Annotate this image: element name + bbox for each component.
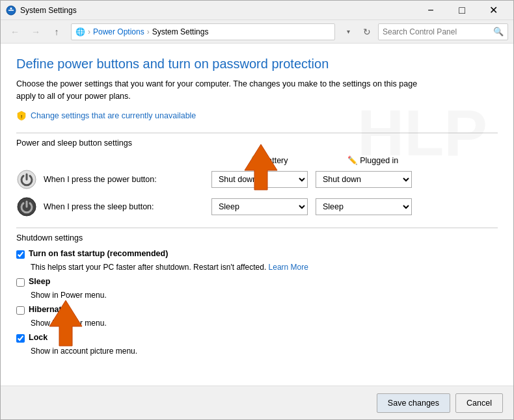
lock-label: Lock <box>29 333 47 342</box>
content-area: HLP Define power buttons and turn on pas… <box>1 44 513 386</box>
power-plugged-select[interactable]: Shut down Do nothing Sleep Hibernate Tur… <box>316 171 412 188</box>
sleep-checkbox[interactable] <box>16 278 25 287</box>
minimize-button[interactable]: − <box>416 1 446 20</box>
back-button[interactable]: ← <box>6 23 24 41</box>
shutdown-settings-section: Shutdown settings Turn on fast startup (… <box>16 228 498 356</box>
search-icon: 🔍 <box>493 27 504 36</box>
fast-startup-desc: This helps start your PC faster after sh… <box>31 263 498 272</box>
power-battery-select[interactable]: Shut down Do nothing Sleep Hibernate Tur… <box>211 171 308 188</box>
system-settings-window: System Settings − □ ✕ ← → ↑ 🌐 › Power Op… <box>0 0 514 420</box>
plugged-icon: ✏️ <box>347 156 358 165</box>
window-controls: − □ ✕ <box>416 1 508 20</box>
lock-checkbox[interactable] <box>16 334 25 343</box>
search-bar: 🔍 <box>378 23 508 40</box>
shield-icon: ! <box>16 111 27 121</box>
hibernate-label: Hibernate <box>29 305 66 314</box>
section-divider-1 <box>16 133 498 133</box>
footer: Save changes Cancel <box>1 386 513 419</box>
breadcrumb-home-icon: 🌐 <box>75 27 85 36</box>
window-title: System Settings <box>20 6 416 15</box>
battery-icon: 🔋 <box>249 156 260 165</box>
save-changes-button[interactable]: Save changes <box>377 393 450 413</box>
column-headers: 🔋 Battery ✏️ Plugged in <box>16 155 498 165</box>
close-button[interactable]: ✕ <box>478 1 508 20</box>
up-button[interactable]: ↑ <box>47 23 66 41</box>
sleep-button-row: When I press the sleep button: Sleep Do … <box>16 196 498 217</box>
breadcrumb: 🌐 › Power Options › System Settings <box>71 23 335 40</box>
breadcrumb-current: System Settings <box>152 27 209 36</box>
hibernate-desc: Show in Power menu. <box>31 319 498 328</box>
fast-startup-checkbox[interactable] <box>16 250 25 259</box>
change-settings-link[interactable]: ! Change settings that are currently una… <box>16 111 498 121</box>
sleep-button-icon <box>16 196 37 217</box>
power-sleep-section-title: Power and sleep button settings <box>16 138 498 148</box>
fast-startup-row: Turn on fast startup (recommended) <box>16 249 498 259</box>
maximize-button[interactable]: □ <box>447 1 477 20</box>
sleep-label: Sleep <box>29 277 50 286</box>
change-settings-text: Change settings that are currently unava… <box>31 111 196 120</box>
forward-button[interactable]: → <box>27 23 45 41</box>
shutdown-section-title: Shutdown settings <box>16 233 498 243</box>
app-icon <box>6 5 16 16</box>
battery-column-header: 🔋 Battery <box>217 155 321 165</box>
title-bar: System Settings − □ ✕ <box>1 1 513 20</box>
cancel-button[interactable]: Cancel <box>455 393 503 413</box>
svg-rect-1 <box>8 10 14 11</box>
breadcrumb-dropdown-button[interactable]: ▾ <box>340 23 356 40</box>
lock-row: Lock <box>16 333 498 343</box>
power-button-label: When I press the power button: <box>44 175 157 184</box>
learn-more-link[interactable]: Learn More <box>269 263 308 272</box>
hibernate-checkbox[interactable] <box>16 306 25 315</box>
sleep-row: Sleep <box>16 277 498 287</box>
power-button-row: When I press the power button: Shut down… <box>16 169 498 190</box>
refresh-button[interactable]: ↻ <box>358 23 375 40</box>
page-description: Choose the power settings that you want … <box>16 78 433 103</box>
sleep-button-label: When I press the sleep button: <box>44 202 154 211</box>
sleep-battery-select[interactable]: Sleep Do nothing Hibernate Shut down Tur… <box>211 198 308 215</box>
sleep-desc: Show in Power menu. <box>31 291 498 300</box>
pluggedin-column-header: ✏️ Plugged in <box>321 155 425 165</box>
search-input[interactable] <box>383 27 491 36</box>
section-divider-2 <box>16 228 498 228</box>
svg-point-2 <box>10 7 12 9</box>
lock-desc: Show in account picture menu. <box>31 347 498 356</box>
breadcrumb-power-options[interactable]: Power Options <box>93 27 144 36</box>
fast-startup-label: Turn on fast startup (recommended) <box>29 249 168 258</box>
page-title: Define power buttons and turn on passwor… <box>16 57 498 72</box>
nav-bar: ← → ↑ 🌐 › Power Options › System Setting… <box>1 20 513 44</box>
sleep-plugged-select[interactable]: Sleep Do nothing Hibernate Shut down Tur… <box>316 198 412 215</box>
svg-text:!: ! <box>21 114 22 120</box>
power-button-icon <box>16 169 37 190</box>
hibernate-row: Hibernate <box>16 305 498 315</box>
